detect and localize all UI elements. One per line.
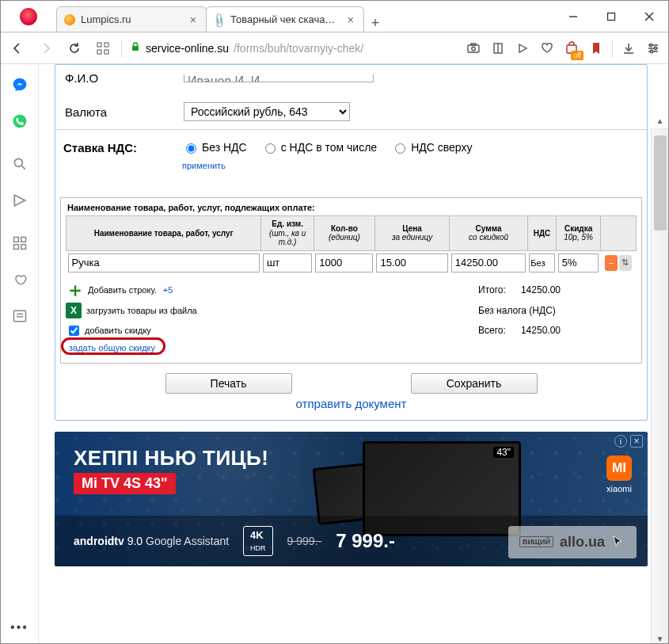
svg-rect-29 — [21, 245, 25, 250]
tab-lumpics[interactable]: Lumpics.ru × — [56, 6, 207, 32]
action-buttons: Печать Сохранить — [55, 373, 647, 394]
sidebar-whatsapp[interactable] — [4, 105, 36, 137]
page-content: Ф.И.О Иванов И. И. Валюта Российский руб… — [55, 64, 648, 643]
scroll-down-arrow[interactable]: ▼ — [652, 634, 668, 643]
ad-allo-button[interactable]: ВИЩИЙ allo.ua — [508, 526, 637, 558]
itogo-value: 14250.00 — [521, 284, 561, 295]
page-viewport: Ф.И.О Иванов И. И. Валюта Российский руб… — [39, 64, 668, 643]
tab-tovarnyy-chek[interactable]: 📎 Товарный чек скачать, ра × — [206, 6, 364, 32]
nav-forward-button[interactable] — [36, 38, 56, 59]
load-from-file-link[interactable]: загрузить товары из файла — [86, 306, 197, 315]
fio-value: Иванов И. И. — [188, 74, 264, 82]
set-total-discount-link[interactable]: задать общую скидку — [66, 343, 158, 352]
nds-option-none[interactable]: Без НДС — [182, 141, 247, 154]
add-row-link[interactable]: Добавить строку. — [88, 285, 157, 295]
tab-close-button[interactable]: × — [187, 13, 200, 27]
sidebar-flow[interactable] — [4, 185, 36, 216]
tab-close-button[interactable]: × — [344, 13, 357, 27]
save-button[interactable]: Сохранить — [411, 373, 538, 394]
cell-disc-input[interactable] — [558, 253, 599, 272]
new-tab-button[interactable]: + — [363, 15, 387, 32]
svg-rect-4 — [97, 43, 101, 47]
favicon-service-online: 📎 — [211, 10, 229, 29]
scroll-up-arrow[interactable]: ▲ — [652, 116, 668, 125]
heart-icon[interactable] — [538, 40, 556, 57]
download-icon[interactable] — [620, 40, 637, 57]
label-fio: Ф.И.О — [65, 71, 184, 85]
cell-sum-input[interactable] — [451, 253, 526, 272]
send-document-link[interactable]: отправить документ — [55, 397, 647, 410]
add-five-link[interactable]: +5 — [163, 285, 173, 295]
svg-marker-13 — [519, 44, 526, 52]
url-path: /forms/buh/tovarnyiy-chek/ — [234, 42, 363, 55]
nds-option-incl[interactable]: с НДС в том числе — [261, 141, 377, 154]
ad-new-price: 7 999.- — [336, 530, 395, 552]
svg-rect-6 — [97, 50, 101, 54]
screenshot-icon[interactable] — [465, 40, 482, 57]
cell-qty-input[interactable] — [315, 253, 373, 272]
url-domain: service-online.su — [146, 42, 229, 55]
ad-info-button[interactable]: i — [614, 435, 627, 448]
svg-point-19 — [649, 44, 652, 46]
window-close-button[interactable] — [630, 1, 668, 32]
toolbar-right: off — [465, 40, 662, 57]
row-move-button[interactable]: ⇅ — [619, 255, 632, 271]
shopping-icon[interactable]: off — [563, 40, 580, 57]
nds-option-top[interactable]: НДС сверху — [391, 141, 472, 154]
nav-back-button[interactable] — [7, 38, 28, 59]
address-bar: service-online.su/forms/buh/tovarnyiy-ch… — [1, 32, 668, 64]
bookmark-icon[interactable] — [489, 40, 507, 57]
svg-point-23 — [14, 158, 22, 166]
cell-price-input[interactable] — [376, 253, 447, 272]
cell-unit-input[interactable] — [263, 253, 312, 272]
url-box[interactable]: service-online.su/forms/buh/tovarnyiy-ch… — [130, 41, 457, 55]
ad-close-button[interactable]: × — [630, 435, 643, 448]
mi-icon: MI — [606, 455, 632, 481]
row-currency: Валюта Российский рубль, 643 — [63, 99, 639, 124]
speed-dial-button[interactable] — [93, 38, 113, 59]
nds-radio-none[interactable] — [186, 143, 196, 154]
currency-select[interactable]: Российский рубль, 643 — [184, 102, 350, 121]
window-minimize-button[interactable] — [554, 1, 592, 32]
add-discount-label: добавить скидку — [85, 326, 151, 335]
excel-icon[interactable]: X — [66, 303, 82, 318]
cell-name-input[interactable] — [68, 253, 260, 272]
form-section: Ф.И.О Иванов И. И. Валюта Российский руб… — [55, 65, 647, 183]
opera-menu-button[interactable] — [1, 1, 56, 32]
easy-setup-icon[interactable] — [644, 40, 662, 57]
ad-allo-badge: ВИЩИЙ — [519, 536, 553, 547]
cell-nds-input[interactable] — [529, 253, 554, 272]
itogo-label: Итого: — [478, 284, 506, 295]
ad-androidtv: androidtv 9.0 Google Assistant — [74, 535, 229, 547]
window-maximize-button[interactable] — [592, 1, 630, 32]
th-sum: Суммасо скидкой — [450, 216, 528, 251]
add-discount-checkbox[interactable] — [69, 326, 79, 336]
nds-apply-link[interactable]: применить — [182, 161, 639, 170]
favicon-lumpics — [63, 13, 76, 26]
label-currency: Валюта — [65, 105, 184, 119]
sidebar-bookmarks[interactable] — [4, 264, 36, 295]
nds-radio-top[interactable] — [395, 143, 405, 154]
ad-banner[interactable]: i × ХЕППІ НЬЮ ТИЦЬ! Mi TV 4S 43" MI xiao… — [55, 432, 648, 566]
tab-strip: Lumpics.ru × 📎 Товарный чек скачать, ра … — [56, 1, 554, 32]
plus-icon[interactable]: ＋ — [66, 282, 83, 298]
sidebar-search[interactable] — [4, 148, 36, 180]
nds-radio-incl[interactable] — [265, 143, 276, 154]
svg-rect-28 — [13, 245, 18, 250]
under-table: ＋ Добавить строку. +5 Итого:14250.00 X з… — [66, 280, 637, 355]
nav-reload-button[interactable] — [64, 38, 85, 59]
row-delete-button[interactable]: − — [605, 255, 618, 271]
extension-bookmark-icon[interactable] — [587, 40, 605, 57]
divider — [55, 129, 647, 130]
sidebar-more[interactable]: ••• — [4, 612, 36, 643]
sidebar-speed-dial[interactable] — [4, 227, 36, 259]
print-button[interactable]: Печать — [165, 373, 292, 394]
sidebar-messenger[interactable] — [4, 69, 36, 101]
ad-old-price: 9 999.- — [287, 535, 322, 547]
page-scrollbar[interactable]: ▲ ▼ — [651, 128, 668, 643]
svg-rect-26 — [13, 238, 18, 242]
scroll-thumb[interactable] — [654, 135, 667, 231]
sidebar-news[interactable] — [4, 300, 36, 332]
play-icon[interactable] — [514, 40, 531, 57]
svg-rect-1 — [608, 13, 615, 20]
